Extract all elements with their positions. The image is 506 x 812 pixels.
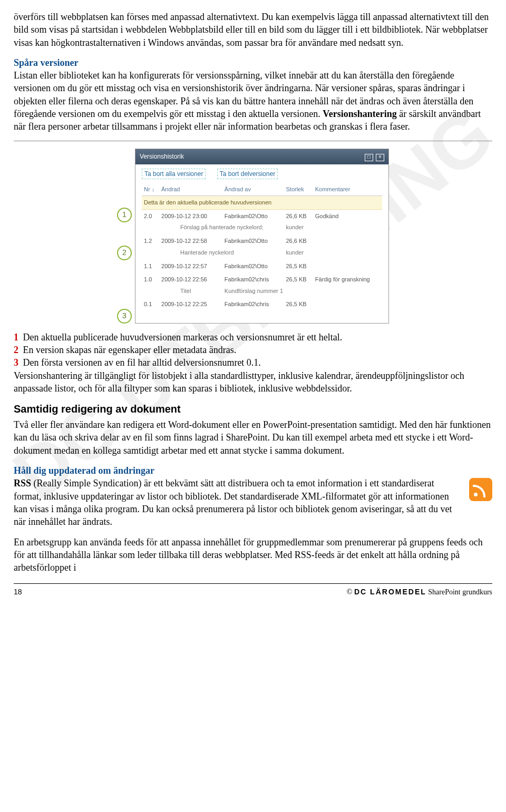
paragraph-coauthoring: Två eller fler användare kan redigera et… [14, 418, 492, 457]
table-header-row: Nr ↓ Ändrad Ändrad av Storlek Kommentare… [142, 183, 382, 195]
paragraph-intro: överförs till webbplatsen kan förses med… [14, 11, 492, 49]
version-date-link[interactable]: 2009-10-12 22:58 [159, 234, 222, 248]
table-subrow: TitelKundförslag nummer 1 [142, 286, 382, 298]
dialog-titlebar: Versionshistorik □ × [135, 149, 388, 164]
table-row: 1.0 2009-10-12 22:56 Fabrikam02\chris 26… [142, 273, 382, 286]
heading-spara-versioner: Spåra versioner [14, 57, 78, 68]
table-subrow: Hanterade nyckelordkunder [142, 248, 382, 260]
table-row: 1.2 2009-10-12 22:58 Fabrikam02\Otto 26,… [142, 234, 382, 248]
version-dialog-figure: 1 2 3 Versionshistorik □ × Ta bort alla … [14, 149, 492, 324]
heading-samtidig-redigering: Samtidig redigering av dokument [14, 402, 492, 416]
heading-hall-dig-uppdaterad: Håll dig uppdaterad om ändringar [14, 465, 154, 476]
table-row: 0.1 2009-10-12 22:25 Fabrikam02\chris 26… [142, 298, 382, 311]
version-user-link[interactable]: Fabrikam02\Otto [222, 234, 284, 248]
callout-1: 1 [117, 208, 132, 222]
col-kommentarer[interactable]: Kommentarer [313, 183, 382, 195]
delete-minor-versions-link[interactable]: Ta bort delversioner [217, 169, 278, 179]
numbered-explanations: 1 Den aktuella publicerade huvudversione… [14, 331, 492, 369]
list-text-3: Den första versionen av en fil har allti… [21, 357, 261, 368]
delete-all-versions-link[interactable]: Ta bort alla versioner [142, 169, 206, 179]
version-date-link[interactable]: 2009-10-12 22:56 [159, 273, 222, 286]
callout-3: 3 [117, 309, 132, 324]
footer-brand: DC LÄROMEDEL [354, 588, 426, 596]
page-footer: 18 © DC LÄROMEDEL SharePoint grundkurs [14, 583, 492, 598]
version-date-link[interactable]: 2009-10-12 23:00 [159, 209, 222, 222]
list-number-2: 2 [14, 345, 18, 355]
footer-course: SharePoint grundkurs [426, 588, 492, 596]
version-user-link[interactable]: Fabrikam02\chris [222, 298, 284, 311]
bold-versionshantering: Versionshantering [323, 109, 396, 119]
table-row: 1.1 2009-10-12 22:57 Fabrikam02\Otto 26,… [142, 260, 382, 273]
close-icon[interactable]: × [376, 154, 384, 161]
copyright-symbol: © [347, 588, 353, 596]
version-table: Nr ↓ Ändrad Ändrad av Storlek Kommentare… [142, 183, 382, 311]
maximize-icon[interactable]: □ [365, 154, 373, 161]
col-storlek[interactable]: Storlek [284, 183, 313, 195]
list-text-1: Den aktuella publicerade huvudversionen … [21, 332, 342, 343]
callout-2: 2 [117, 246, 132, 260]
version-date-link[interactable]: 2009-10-12 22:57 [159, 260, 222, 273]
published-version-banner: Detta är den aktuella publicerade huvudv… [142, 195, 382, 209]
list-number-1: 1 [14, 332, 18, 343]
version-date-link[interactable]: 2009-10-12 22:25 [159, 298, 222, 311]
dialog-window-controls: □ × [364, 152, 384, 161]
dialog-title-text: Versionshistorik [140, 152, 184, 161]
list-text-2: En version skapas när egenskaper eller m… [21, 345, 236, 355]
paragraph-versions: Spåra versioner Listan eller biblioteket… [14, 56, 492, 133]
version-user-link[interactable]: Fabrikam02\Otto [222, 260, 284, 273]
divider [14, 141, 492, 141]
page-number: 18 [14, 587, 22, 598]
version-user-link[interactable]: Fabrikam02\Otto [222, 209, 284, 222]
paragraph-versioning-availability: Versionshantering är tillgängligt för li… [14, 369, 492, 395]
list-number-3: 3 [14, 357, 18, 368]
dialog-action-links: Ta bort alla versioner Ta bort delversio… [142, 170, 382, 178]
callout-column: 1 2 3 [117, 149, 132, 324]
rss-bold: RSS [14, 478, 31, 488]
version-history-dialog: Versionshistorik □ × Ta bort alla versio… [135, 149, 389, 324]
version-user-link[interactable]: Fabrikam02\chris [222, 273, 284, 286]
table-row: 2.0 2009-10-12 23:00 Fabrikam02\Otto 26,… [142, 209, 382, 222]
col-nr[interactable]: Nr ↓ [142, 183, 159, 195]
paragraph-rss: Håll dig uppdaterad om ändringar RSS (Re… [14, 464, 492, 528]
rss-text: (Really Simple Syndication) är ett bekvä… [14, 478, 452, 527]
col-andrad[interactable]: Ändrad [159, 183, 222, 195]
table-subrow: Förslag på hanterade nyckelord;kunder [142, 222, 382, 234]
col-andrad-av[interactable]: Ändrad av [222, 183, 284, 195]
paragraph-feeds: En arbetsgrupp kan använda feeds för att… [14, 536, 492, 574]
rss-icon [469, 478, 492, 501]
